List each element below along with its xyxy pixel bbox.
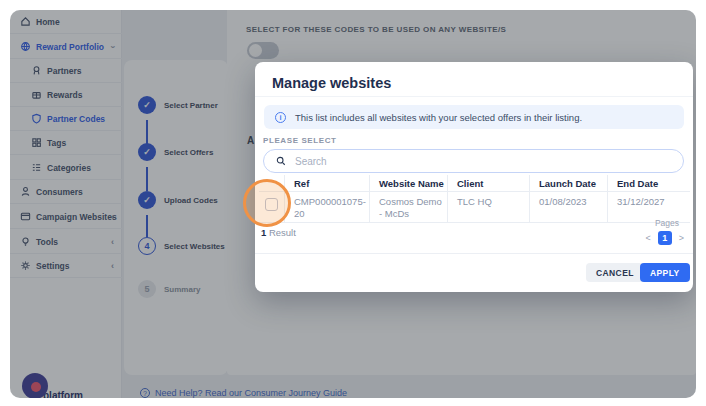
pages-label: Pages	[655, 218, 679, 228]
websites-table: Ref Website Name Client Launch Date End …	[259, 175, 690, 223]
manage-websites-modal: Manage websites i This list includes all…	[255, 62, 693, 292]
column-header-client: Client	[448, 175, 530, 191]
apply-button[interactable]: APPLY	[640, 263, 690, 282]
divider	[255, 96, 693, 97]
please-select-label: PLEASE SELECT	[263, 136, 337, 145]
cell-ref: CMP000001075-20	[285, 192, 370, 222]
cell-client: TLC HQ	[448, 192, 530, 222]
page-1-button[interactable]: 1	[658, 231, 672, 245]
column-header-website-name: Website Name	[370, 175, 448, 191]
modal-title: Manage websites	[272, 75, 391, 91]
column-header-launch-date: Launch Date	[530, 175, 608, 191]
row-checkbox[interactable]	[265, 198, 278, 211]
cell-launch-date: 01/08/2023	[530, 192, 608, 222]
prev-page-icon[interactable]: <	[645, 233, 650, 243]
info-banner: i This list includes all websites with y…	[264, 105, 684, 129]
pagination: < 1 >	[645, 231, 684, 245]
checkbox-column-header	[259, 175, 285, 191]
website-search	[263, 149, 684, 173]
info-banner-text: This list includes all websites with you…	[295, 112, 582, 123]
search-icon	[276, 156, 286, 166]
results-count: 1 Result	[261, 227, 296, 238]
cancel-button[interactable]: CANCEL	[586, 263, 644, 282]
results-label: Result	[269, 227, 296, 238]
row-checkbox-cell	[259, 192, 285, 222]
search-input[interactable]	[295, 156, 655, 167]
table-row: CMP000001075-20 Cosmos Demo - McDs TLC H…	[259, 192, 690, 223]
divider	[255, 253, 693, 254]
results-number: 1	[261, 227, 266, 238]
next-page-icon[interactable]: >	[679, 233, 684, 243]
table-header-row: Ref Website Name Client Launch Date End …	[259, 175, 690, 192]
column-header-ref: Ref	[285, 175, 370, 191]
info-icon: i	[275, 112, 286, 123]
app-window: Home Reward Portfolio › Partners Rewards…	[10, 10, 696, 398]
column-header-end-date: End Date	[608, 175, 690, 191]
cell-website-name: Cosmos Demo - McDs	[370, 192, 448, 222]
